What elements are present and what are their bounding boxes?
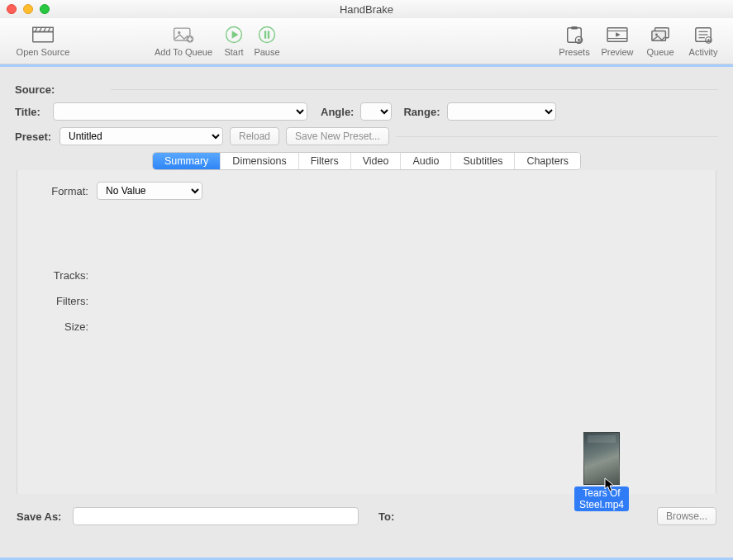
preset-label: Preset: [15, 131, 53, 143]
dragged-file[interactable]: Tears Of Steel.mp4 [575, 432, 628, 511]
title-row: Title: Angle: Range: [15, 102, 718, 121]
svg-point-26 [655, 34, 658, 36]
svg-point-19 [578, 39, 580, 41]
format-row: Format: No Value [34, 182, 699, 200]
svg-line-2 [35, 27, 37, 31]
svg-rect-14 [264, 31, 266, 38]
svg-point-13 [259, 27, 275, 43]
window-title: HandBrake [0, 3, 733, 16]
toolbar-label: Queue [646, 47, 674, 57]
format-select[interactable]: No Value [97, 182, 202, 200]
filters-label: Filters: [34, 295, 88, 307]
presets-button[interactable]: Presets [553, 18, 596, 63]
toolbar-label: Start [224, 47, 243, 57]
toolbar-label: Open Source [17, 47, 70, 57]
size-label: Size: [34, 320, 88, 333]
add-to-queue-button[interactable]: Add To Queue [149, 18, 218, 63]
svg-marker-12 [232, 31, 239, 38]
format-label: Format: [34, 185, 88, 197]
file-thumbnail-icon [583, 432, 620, 485]
svg-line-4 [44, 27, 46, 31]
activity-button[interactable]: Activity [682, 18, 725, 63]
tab-summary[interactable]: Summary [153, 153, 221, 169]
toolbar-label: Pause [254, 47, 279, 57]
svg-rect-15 [268, 31, 269, 38]
angle-select[interactable] [360, 102, 392, 121]
settings-tabs: SummaryDimensionsFiltersVideoAudioSubtit… [152, 152, 581, 170]
preview-button[interactable]: Preview [596, 18, 639, 63]
angle-label: Angle: [321, 106, 354, 118]
preset-select[interactable]: Untitled [59, 127, 223, 145]
content-area: Source: Title: Angle: Range: Preset: Unt… [0, 64, 733, 558]
log-icon [690, 24, 716, 45]
pause-button[interactable]: Pause [250, 18, 284, 63]
tab-video[interactable]: Video [351, 153, 402, 169]
images-stack-icon [647, 24, 674, 45]
tab-chapters[interactable]: Chapters [515, 153, 580, 169]
svg-line-3 [40, 27, 42, 31]
toolbar-label: Activity [689, 47, 718, 57]
title-label: Title: [15, 106, 46, 118]
svg-line-5 [48, 27, 50, 31]
clapperboard-icon [30, 24, 56, 45]
svg-point-32 [707, 39, 709, 40]
browse-button[interactable]: Browse... [657, 507, 716, 525]
preset-row: Preset: Untitled Reload Save New Preset.… [15, 127, 718, 145]
tracks-label: Tracks: [34, 269, 88, 282]
toolbar-label: Add To Queue [155, 47, 212, 57]
toolbar-label: Presets [559, 47, 589, 57]
reload-button[interactable]: Reload [230, 127, 279, 145]
titlebar: HandBrake [0, 0, 733, 18]
filmstrip-play-icon [604, 24, 631, 45]
tab-subtitles[interactable]: Subtitles [451, 153, 515, 169]
toolbar: Open Source Add To Queue Start Pause [0, 18, 733, 64]
save-as-input[interactable] [73, 507, 359, 525]
svg-point-7 [178, 31, 181, 35]
queue-button[interactable]: Queue [639, 18, 682, 63]
tab-audio[interactable]: Audio [401, 153, 451, 169]
app-window: HandBrake Open Source Add To Queue [0, 0, 733, 560]
tab-filters[interactable]: Filters [299, 153, 351, 169]
tab-dimensions[interactable]: Dimensions [221, 153, 298, 169]
svg-marker-23 [616, 32, 621, 37]
pause-icon [254, 24, 280, 45]
save-as-label: Save As: [17, 510, 64, 523]
clipboard-gear-icon [561, 24, 588, 45]
source-row: Source: [15, 83, 718, 96]
source-label: Source: [15, 83, 55, 96]
svg-rect-0 [33, 32, 54, 42]
title-select[interactable] [53, 102, 307, 121]
range-label: Range: [403, 106, 440, 118]
toolbar-label: Preview [601, 47, 633, 57]
image-plus-icon [170, 24, 197, 45]
open-source-button[interactable]: Open Source [8, 18, 78, 63]
range-select[interactable] [447, 102, 556, 121]
to-label: To: [378, 510, 426, 523]
svg-rect-17 [571, 26, 577, 30]
start-button[interactable]: Start [218, 18, 250, 63]
dragged-file-name: Tears Of Steel.mp4 [574, 486, 629, 511]
play-icon [221, 24, 247, 45]
save-new-preset-button[interactable]: Save New Preset... [286, 127, 389, 145]
